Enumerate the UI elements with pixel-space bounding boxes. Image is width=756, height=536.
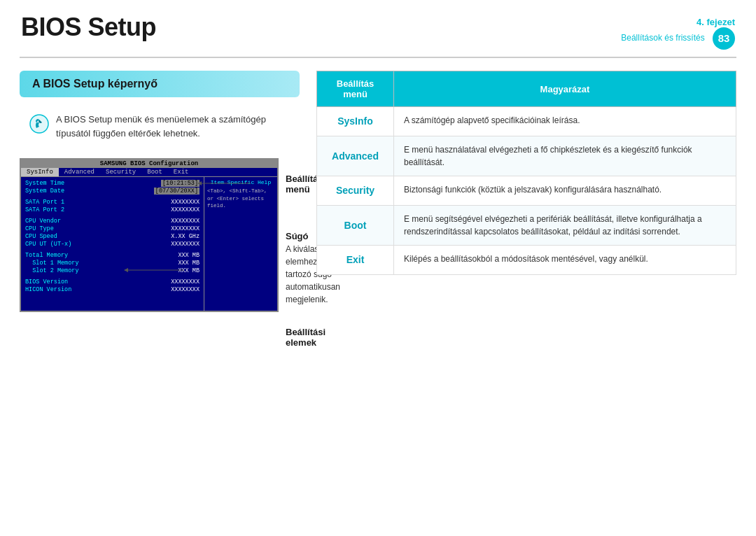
description-text: A BIOS Setup menük és menüelemek a számí… <box>56 113 290 140</box>
chapter-subtitle: Beállítások és frissítés 83 <box>621 27 735 50</box>
table-row: ExitKilépés a beállításokból a módosítás… <box>317 246 736 275</box>
bios-row-sata2: SATA Port 2 XXXXXXXX <box>25 206 200 213</box>
bios-right-panel: Item Specific Help <Tab>, <Shift-Tab>,or… <box>204 177 277 312</box>
table-row: BootE menü segítségével elvégezheti a pe… <box>317 206 736 246</box>
page-header: BIOS Setup 4. fejezet Beállítások és fri… <box>0 0 756 57</box>
bios-screen-wrapper: SAMSUNG BIOS Configuration SysInfo Advan… <box>20 158 279 312</box>
section-title: A BIOS Setup képernyő <box>32 78 158 90</box>
table-cell-desc: E menü használatával elvégezheti a fő ch… <box>394 136 736 176</box>
col-header-menu: Beállítás menü <box>317 71 394 107</box>
chapter-label: 4. fejezet <box>621 17 735 27</box>
bios-row-cpuvendor: CPU Vendor XXXXXXXX <box>25 218 200 225</box>
bios-row-systemtime: System Time [10:21:53] <box>25 180 200 187</box>
bios-menu-advanced[interactable]: Advanced <box>59 168 100 176</box>
header-divider <box>20 57 736 58</box>
bios-row-biosver: BIOS Version XXXXXXXX <box>25 278 200 285</box>
table-cell-menu: Advanced <box>317 136 394 176</box>
bios-row-hiconver: HICON Version XXXXXXXX <box>25 286 200 293</box>
table-cell-desc: Biztonsági funkciók (köztük a jelszavak)… <box>394 176 736 206</box>
callout-line-menu <box>202 176 286 190</box>
table-cell-menu: SysInfo <box>317 107 394 136</box>
bios-menu-security[interactable]: Security <box>100 168 141 176</box>
bios-menu-exit[interactable]: Exit <box>168 168 195 176</box>
info-icon <box>29 114 49 134</box>
bios-row-systemdate: System Date [07/30/20XX] <box>25 188 200 195</box>
bios-body: System Time [10:21:53] System Date [07/3… <box>21 177 277 312</box>
description-box: A BIOS Setup menük és menüelemek a számí… <box>20 107 300 150</box>
col-header-desc: Magyarázat <box>394 71 736 107</box>
table-row: AdvancedE menü használatával elvégezheti… <box>317 136 736 176</box>
page-number-badge: 83 <box>713 27 735 50</box>
main-content: A BIOS Setup képernyő A BIOS Setup menük… <box>0 71 756 348</box>
table-header-row: Beállítás menü Magyarázat <box>317 71 736 107</box>
table-row: SysInfoA számítógép alapvető specifikáci… <box>317 107 736 136</box>
table-row: SecurityBiztonsági funkciók (köztük a je… <box>317 176 736 206</box>
bios-row-cpuspeed: CPU Speed X.XX GHz <box>25 233 200 240</box>
right-panel: Beállítás menü Magyarázat SysInfoA számí… <box>316 71 736 348</box>
bios-left-content: System Time [10:21:53] System Date [07/3… <box>21 177 204 312</box>
table-cell-desc: A számítógép alapvető specifikációinak l… <box>394 107 736 136</box>
table-cell-desc: Kilépés a beállításokból a módosítások m… <box>394 246 736 275</box>
callout-line-items <box>128 263 212 277</box>
table-cell-menu: Boot <box>317 206 394 246</box>
bios-row-cputype: CPU Type XXXXXXXX <box>25 225 200 232</box>
table-cell-menu: Exit <box>317 246 394 275</box>
table-cell-desc: E menü segítségével elvégezheti a perifé… <box>394 206 736 246</box>
svg-point-0 <box>30 115 48 133</box>
page-title: BIOS Setup <box>21 13 156 42</box>
bios-help-text: <Tab>, <Shift-Tab>,or <Enter> selectsfie… <box>207 188 274 210</box>
bios-row-cput: CPU UT (UT-x) XXXXXXXX <box>25 241 200 248</box>
bios-menu-boot[interactable]: Boot <box>141 168 168 176</box>
bios-title-bar: SAMSUNG BIOS Configuration <box>21 160 277 168</box>
header-right: 4. fejezet Beállítások és frissítés 83 <box>621 13 735 50</box>
bios-row-sata1: SATA Port 1 XXXXXXXX <box>25 199 200 206</box>
bios-area: SAMSUNG BIOS Configuration SysInfo Advan… <box>20 158 300 348</box>
table-cell-menu: Security <box>317 176 394 206</box>
info-table: Beállítás menü Magyarázat SysInfoA számí… <box>316 71 736 275</box>
section-title-box: A BIOS Setup képernyő <box>20 71 300 97</box>
left-panel: A BIOS Setup képernyő A BIOS Setup menük… <box>20 71 300 348</box>
bios-menu-sysinfo[interactable]: SysInfo <box>21 168 59 176</box>
bios-row-totalmem: Total Memory XXX MB <box>25 252 200 259</box>
